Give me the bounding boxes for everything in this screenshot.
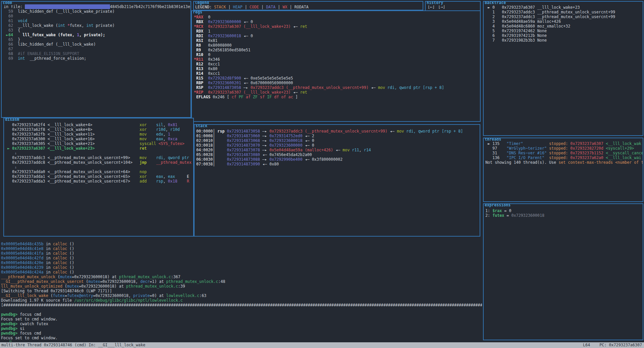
text-segment: :367	[171, 275, 180, 279]
history-back-button[interactable]: [←]	[428, 5, 435, 9]
terminal-line: 0x00005e04d48c41e8 in calloc ()	[1, 246, 482, 251]
text-segment: stopped:	[549, 141, 570, 146]
text-segment: #if ENABLE_ELISION_SUPPORT	[13, 51, 79, 56]
terminal-line: Focus set to cmd window.	[1, 336, 482, 340]
text-segment: 0x2d561850ed580e51	[201, 48, 251, 52]
text-segment: 97	[485, 146, 506, 151]
text-segment: ◂— 0	[241, 19, 253, 24]
text-segment: CODE	[250, 5, 259, 9]
terminal-line: 60	[4, 14, 191, 18]
text-segment	[603, 151, 606, 155]
text-segment	[175, 174, 187, 179]
text-segment: *RCX	[194, 24, 203, 29]
terminal-line: 02:0010│ 0x729314873068 —▸ 0x72932360001…	[196, 138, 480, 143]
text-segment: ◂— 0x6700000569000000	[241, 81, 293, 85]
command-output-area[interactable]: 0x00005e04d48c435b in calloc ()0x00005e0…	[1, 242, 482, 342]
text-segment	[603, 146, 606, 151]
text-segment: 0x729314873070	[227, 143, 260, 148]
text-segment: edx	[156, 132, 163, 137]
text-segment: 2 0x7293237addc3 __pthread_mutex_unlock_…	[485, 14, 615, 19]
terminal-line: [#######################################…	[1, 303, 482, 307]
history-forward-button[interactable]: [→]	[438, 5, 445, 9]
text-segment: |	[243, 5, 250, 9]
text-segment: ,	[163, 137, 168, 141]
terminal-line: 0x7293237adda3 <__pthread_mutex_unlock_u…	[5, 179, 193, 184]
text-segment	[203, 81, 208, 85]
text-segment: calloc	[53, 256, 67, 260]
text-segment: ◂— 0xe5e5e5e5e5e5e5e5	[241, 76, 293, 81]
terminal-line: R13 0x80	[194, 66, 480, 71]
panel-title-history: history	[426, 1, 444, 5]
terminal-line: 04:0020│ 0x729314873078 —▸ 0x5e04d48ae59…	[196, 148, 480, 152]
text-segment: 1	[203, 29, 210, 34]
terminal-line: lll_mutex_unlock_optimized (mutex=0x7293…	[1, 284, 482, 289]
text-segment: ,	[359, 148, 364, 152]
text-segment: focus cmd	[17, 312, 41, 317]
text-segment	[130, 179, 140, 184]
terminal-line: 0x7293237a62fb <__lll_lock_wake+11> mov …	[5, 132, 193, 137]
text-segment: <__syscall_cance	[606, 151, 643, 155]
text-segment: libc_hidden_def (__lll_lock_wake)	[13, 42, 96, 47]
terminal-line: 01:0008│ 0x729314873060 —▸ 0x729314752ed…	[196, 134, 480, 138]
text-segment: pwndbg>	[1, 312, 17, 317]
text-segment: 0x7293237addc3 <__pthread_mutex_unlock_u…	[5, 155, 130, 160]
panel-title-threads: threads	[484, 138, 502, 142]
text-segment	[130, 174, 140, 179]
text-segment: nop	[140, 169, 147, 174]
terminal-line: 4 0x5e04d48c6860 moz_xmalloc+32	[485, 24, 643, 29]
text-segment: 0x7293237a62a0	[570, 155, 603, 160]
text-segment: 63	[4, 28, 13, 33]
terminal-line: RSP 0x729314873058 —▸ 0x7293237addc3 (__…	[194, 85, 480, 90]
terminal-line: *RIP 0x7293237a6307 (__lll_lock_wake+23)…	[194, 90, 480, 95]
terminal-line: 05:0028│ 0x729314873080 ◂— 0x7456e45da42…	[196, 152, 480, 157]
text-segment	[25, 4, 110, 9]
text-segment: 0x81	[203, 38, 217, 43]
text-segment	[547, 151, 549, 155]
terminal-line: RSI 0x81	[194, 38, 480, 43]
text-segment: 0x7293237addc3 (__pthread_mutex_unlock_u…	[251, 85, 369, 90]
text-segment: 01:0008│	[196, 134, 227, 138]
terminal-line: 0x7293237addc3 <__pthread_mutex_unlock_u…	[5, 155, 193, 160]
text-segment: 68	[4, 51, 13, 56]
text-segment: pwndbg>	[1, 331, 17, 336]
text-segment: 0xcc1	[203, 71, 220, 76]
text-segment: 04:0020│	[196, 148, 227, 152]
text-segment: lowlevellock.c	[166, 293, 200, 298]
text-segment	[130, 169, 140, 174]
terminal-line: 5 0x729319742462 None	[485, 29, 643, 33]
text-segment: 0x729314873060	[227, 134, 260, 138]
text-segment: 0xcc1	[203, 62, 220, 66]
terminal-line: R9 0x2d561850ed580e51	[194, 48, 480, 52]
text-segment: RBX	[194, 19, 203, 24]
text-segment: 0x729314873078	[227, 148, 260, 152]
text-segment: 64	[8, 33, 13, 37]
terminal-line: 7 0x72931982b3b3 None	[485, 38, 643, 43]
text-segment: 02:0010│	[196, 138, 227, 143]
text-segment: —▸	[260, 129, 269, 134]
text-segment: WX	[282, 5, 287, 9]
text-segment: 0x80008000	[201, 43, 231, 48]
text-segment: rsp	[156, 179, 163, 184]
text-segment: =0x729323600018) at	[79, 284, 126, 289]
text-segment: = 0	[502, 208, 511, 213]
text-segment: =	[504, 213, 511, 218]
text-segment: 5 0x729319742462 None	[485, 29, 547, 33]
text-segment: jmp	[140, 160, 147, 165]
text-segment: STACK	[214, 5, 226, 9]
text-segment: pthread_mutex_unlock.c	[126, 284, 178, 289]
terminal-line: 66 libc_hidden_def (__lll_lock_wake)	[4, 42, 191, 47]
text-segment	[147, 137, 156, 141]
text-segment: , private);	[79, 33, 105, 37]
text-segment: mutex	[67, 284, 79, 289]
text-segment: <SYS_futex>	[158, 141, 184, 146]
text-segment: *R11	[194, 57, 203, 62]
terminal-line: 0x7293237adda1 <__pthread_mutex_unlock_u…	[5, 174, 193, 179]
terminal-line: *RAX 0	[194, 15, 480, 19]
terminal-line: In file: 4845db211e7b42c7176f9be21b8301e…	[4, 4, 191, 9]
text-segment: Downloading 1.97 K source file	[1, 298, 74, 303]
text-segment: RBP	[194, 81, 203, 85]
text-segment: 7 0x72931982b3b3 None	[485, 38, 547, 43]
text-segment: xor	[140, 127, 147, 132]
text-segment: futex,	[70, 23, 86, 28]
text-segment: "WrGlyph~terizer"	[506, 146, 547, 151]
